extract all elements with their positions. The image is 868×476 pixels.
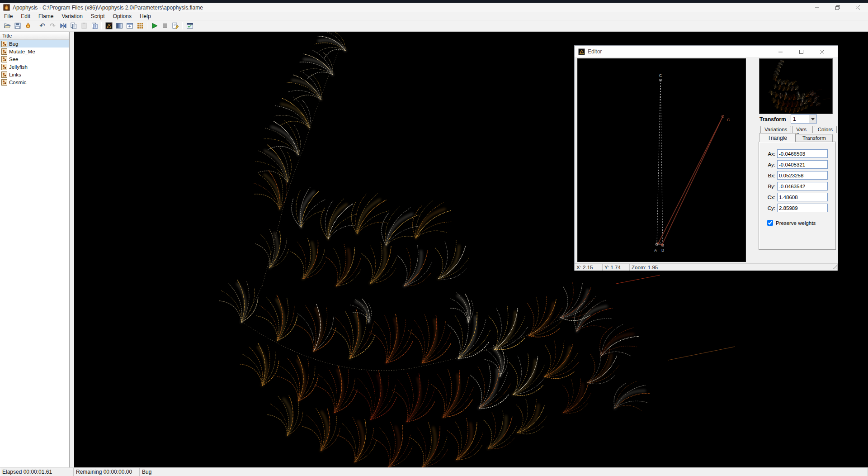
- copy-params-icon: [91, 22, 98, 29]
- menu-options[interactable]: Options: [109, 12, 136, 20]
- editor-title: Editor: [588, 48, 602, 55]
- flame-doc-icon: [1, 56, 7, 62]
- cy-label: Cy:: [759, 205, 775, 211]
- toolbar-separator: [35, 22, 35, 29]
- flame-icon: [24, 22, 32, 29]
- flame-item-label: Jellyfish: [9, 64, 28, 70]
- ax-input[interactable]: [777, 149, 828, 158]
- flame-list: Title Bug Mutate_Me See: [0, 32, 70, 467]
- menu-flame[interactable]: Flame: [34, 12, 57, 20]
- tab-variations[interactable]: Variations: [760, 126, 791, 133]
- editor-status-y: Y: 1.74: [603, 264, 630, 271]
- editor-button[interactable]: [104, 21, 114, 31]
- vertex-c-label: C: [659, 73, 662, 78]
- flame-list-header[interactable]: Title: [0, 32, 69, 40]
- flame-item-mutate-me[interactable]: Mutate_Me: [0, 48, 69, 55]
- gradient-button[interactable]: [114, 21, 124, 31]
- flame-item-jellyfish[interactable]: Jellyfish: [0, 63, 69, 71]
- preserve-weights-row: Preserve weights: [767, 220, 816, 226]
- reset-location-button[interactable]: [58, 21, 68, 31]
- cy-input[interactable]: [777, 204, 828, 212]
- bx-input[interactable]: [777, 171, 828, 180]
- mutation-button[interactable]: [135, 21, 145, 31]
- options-window-button[interactable]: [184, 21, 195, 31]
- flame-doc-icon: [1, 64, 7, 70]
- menu-file[interactable]: File: [0, 12, 17, 20]
- ay-input[interactable]: [777, 160, 828, 169]
- triangle-transform-2[interactable]: [658, 115, 724, 246]
- menu-variation[interactable]: Variation: [57, 12, 86, 20]
- menu-edit[interactable]: Edit: [17, 12, 34, 20]
- minimize-icon: [778, 49, 783, 54]
- field-ay: Ay:: [759, 160, 835, 169]
- tab-vars2[interactable]: Vars 2: [792, 126, 812, 133]
- editor-window-icon: [578, 48, 585, 55]
- undo-button[interactable]: ↶: [37, 21, 47, 31]
- menu-help[interactable]: Help: [136, 12, 155, 20]
- editor-titlebar[interactable]: Editor: [575, 46, 838, 58]
- apophysis-app-icon: [3, 4, 10, 11]
- restore-button[interactable]: [827, 3, 848, 12]
- editor-minimize-button[interactable]: [770, 46, 791, 57]
- flame-item-links[interactable]: Links: [0, 71, 69, 78]
- triangle-transform-1[interactable]: [657, 80, 663, 245]
- field-ax: Ax:: [759, 149, 835, 158]
- adjust-icon: [126, 22, 133, 29]
- copy-button[interactable]: [68, 21, 79, 31]
- vertex-a-label: A: [654, 248, 657, 252]
- render-play-button[interactable]: [149, 21, 160, 31]
- render-stop-button[interactable]: [160, 21, 170, 31]
- flame-item-bug[interactable]: Bug: [0, 40, 69, 48]
- flame-item-cosmic[interactable]: Cosmic: [0, 78, 69, 86]
- toolbar: ↶ ↷: [0, 20, 868, 32]
- preserve-weights-checkbox[interactable]: [767, 220, 773, 226]
- editor-tabs-row1: Variations Vars 2 Colors: [760, 126, 838, 133]
- apophysis-window: Apophysis - C:\Program Files (x86)\Apoph…: [0, 0, 868, 476]
- paste-button[interactable]: [79, 21, 89, 31]
- redo-button[interactable]: ↷: [47, 21, 58, 31]
- render-to-disk-button[interactable]: [170, 21, 180, 31]
- cx-label: Cx:: [759, 195, 775, 200]
- vertex-b-label: B: [661, 248, 664, 252]
- editor-tabs-row2: Triangle Transform: [759, 133, 833, 142]
- minimize-button[interactable]: [807, 3, 827, 12]
- editor-close-button[interactable]: [811, 46, 832, 57]
- tab-triangle[interactable]: Triangle: [759, 133, 796, 142]
- flame-item-see[interactable]: See: [0, 55, 69, 63]
- sidebar-splitter[interactable]: [70, 32, 74, 467]
- editor-triangle-canvas[interactable]: C C A B: [577, 58, 746, 262]
- restore-icon: [835, 5, 840, 10]
- render-to-disk-icon: [172, 22, 179, 29]
- close-icon: [855, 5, 860, 10]
- smooth-palette-button[interactable]: [23, 21, 33, 31]
- flame-doc-icon: [1, 79, 7, 86]
- open-button[interactable]: [2, 21, 12, 31]
- stop-icon: [161, 22, 169, 29]
- status-remaining: Remaining 00:00:00.00: [74, 468, 140, 476]
- save-button[interactable]: [12, 21, 23, 31]
- cx-input[interactable]: [777, 193, 828, 201]
- editor-window: Editor: [574, 45, 838, 271]
- flame-item-label: Mutate_Me: [9, 49, 35, 54]
- transform-label: Transform: [760, 116, 786, 123]
- transform-select-button[interactable]: [809, 115, 816, 123]
- minimize-icon: [815, 5, 820, 10]
- close-button[interactable]: [848, 3, 868, 12]
- resize-grip[interactable]: [832, 264, 837, 270]
- field-cx: Cx:: [759, 193, 835, 201]
- copy-params-button[interactable]: [89, 21, 99, 31]
- adjust-button[interactable]: [124, 21, 135, 31]
- flame-render: [760, 59, 832, 114]
- copy-icon: [70, 22, 77, 29]
- flame-item-label: Cosmic: [9, 80, 26, 85]
- field-by: By:: [759, 182, 835, 190]
- menu-script[interactable]: Script: [87, 12, 109, 20]
- status-elapsed: Elapsed 00:00:01.61: [0, 468, 74, 476]
- by-input[interactable]: [777, 182, 828, 190]
- tab-transform[interactable]: Transform: [796, 134, 833, 142]
- editor-statusbar: X: 2.15 Y: 1.74 Zoom: 1.95: [575, 263, 838, 271]
- flame-doc-icon: [1, 48, 7, 55]
- tab-colors[interactable]: Colors: [814, 126, 837, 133]
- transform-select[interactable]: 1: [791, 114, 817, 124]
- editor-maximize-button[interactable]: [791, 46, 811, 57]
